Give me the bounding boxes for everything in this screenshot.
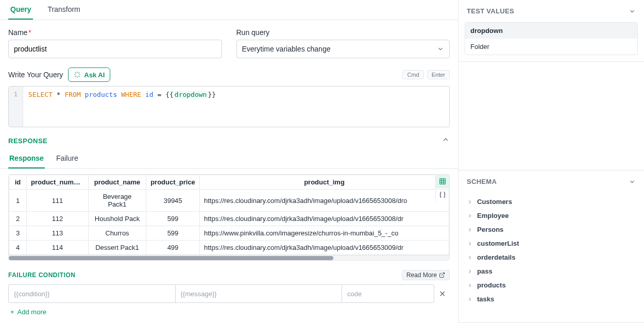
chevron-right-icon xyxy=(467,227,473,233)
chevron-down-icon xyxy=(629,178,636,185)
braces-icon xyxy=(439,191,446,198)
tab-transform[interactable]: Transform xyxy=(45,5,82,20)
query-editor[interactable]: 1 SELECT * FROM products WHERE id = {{dr… xyxy=(8,86,450,127)
schema-item[interactable]: Persons xyxy=(465,223,638,236)
cell-product-img: https://res.cloudinary.com/djrka3adh/ima… xyxy=(200,190,449,212)
cell-product-number: 114 xyxy=(27,241,89,255)
table-row[interactable]: 1111Beverage Pack139945https://res.cloud… xyxy=(9,190,449,212)
schema-item[interactable]: orderdetails xyxy=(465,250,638,264)
cell-product-img: https://www.pinkvilla.com/imageresize/ch… xyxy=(200,226,449,241)
cell-product-price: 39945 xyxy=(146,190,200,212)
editor-gutter: 1 xyxy=(9,87,23,127)
chevron-right-icon xyxy=(467,241,473,247)
schema-item-label: tasks xyxy=(477,295,494,303)
svg-line-5 xyxy=(442,273,445,276)
chevron-right-icon xyxy=(467,254,473,261)
cell-product-img: https://res.cloudinary.com/djrka3adh/ima… xyxy=(200,212,449,226)
schema-item[interactable]: pass xyxy=(465,264,638,278)
schema-item-label: Customers xyxy=(477,198,512,206)
run-select-value: Everytime variables change xyxy=(242,45,331,53)
chevron-right-icon xyxy=(467,282,473,288)
failure-message-input[interactable]: {{message}} xyxy=(175,284,342,303)
chevron-down-icon xyxy=(629,8,636,15)
cell-id: 1 xyxy=(9,190,27,212)
test-values-var-name[interactable]: dropdown xyxy=(465,23,637,39)
chevron-down-icon xyxy=(437,45,444,53)
col-header-product-img[interactable]: product_img xyxy=(200,175,449,190)
run-select[interactable]: Everytime variables change xyxy=(236,40,450,58)
chevron-right-icon xyxy=(467,199,473,205)
name-input-wrap xyxy=(8,40,222,58)
subtab-response[interactable]: Response xyxy=(8,150,45,168)
subtab-failure[interactable]: Failure xyxy=(55,150,79,168)
response-table: id product_number product_name product_p… xyxy=(8,174,450,261)
schema-item-label: products xyxy=(477,281,506,289)
cell-product-number: 111 xyxy=(27,190,89,212)
table-row[interactable]: 3113Churros599https://www.pinkvilla.com/… xyxy=(9,226,449,241)
schema-item-label: Employee xyxy=(477,212,509,219)
table-view-button[interactable] xyxy=(436,175,449,188)
cell-product-name: Churros xyxy=(89,226,146,241)
scrollbar-thumb[interactable] xyxy=(9,256,333,260)
cell-product-number: 113 xyxy=(27,226,89,241)
col-header-product-number[interactable]: product_number xyxy=(27,175,89,190)
test-values-var-value[interactable]: Folder xyxy=(465,39,637,55)
chevron-right-icon xyxy=(467,213,473,219)
test-values-box: dropdown Folder xyxy=(465,22,638,55)
failure-condition-title: FAILURE CONDITION xyxy=(8,271,76,279)
run-label: Run query xyxy=(236,28,450,37)
schema-item-label: Persons xyxy=(477,226,503,233)
col-header-id[interactable]: id xyxy=(9,175,27,190)
chevron-right-icon xyxy=(467,296,473,302)
failure-code-input[interactable]: code xyxy=(342,284,434,303)
svg-rect-0 xyxy=(440,178,446,184)
schema-item-label: pass xyxy=(477,267,493,275)
editor-content[interactable]: SELECT * FROM products WHERE id = {{drop… xyxy=(23,87,449,127)
tab-query[interactable]: Query xyxy=(8,5,33,20)
response-subtabs: Response Failure xyxy=(0,150,458,169)
ask-ai-button[interactable]: Ask AI xyxy=(68,67,110,82)
cell-product-number: 112 xyxy=(27,212,89,226)
name-input[interactable] xyxy=(14,45,216,53)
chevron-up-icon xyxy=(442,135,450,144)
cell-product-name: Beverage Pack1 xyxy=(89,190,146,212)
json-view-button[interactable] xyxy=(436,188,449,201)
horizontal-scrollbar[interactable] xyxy=(9,255,449,260)
schema-item[interactable]: Customers xyxy=(465,195,638,209)
response-header[interactable]: RESPONSE xyxy=(0,135,458,150)
cell-id: 4 xyxy=(9,241,27,255)
cell-product-name: Houshold Pack xyxy=(89,212,146,226)
schema-header[interactable]: SCHEMA xyxy=(459,171,644,193)
table-row[interactable]: 2112Houshold Pack599https://res.cloudina… xyxy=(9,212,449,226)
schema-item[interactable]: tasks xyxy=(465,292,638,306)
cell-product-price: 499 xyxy=(146,241,200,255)
plus-icon: + xyxy=(10,308,14,316)
schema-item-label: customerList xyxy=(477,240,519,247)
cell-id: 2 xyxy=(9,212,27,226)
test-values-header[interactable]: TEST VALUES xyxy=(459,0,644,22)
cell-product-name: Dessert Pack1 xyxy=(89,241,146,255)
ai-sparkle-icon xyxy=(74,71,81,78)
add-more-button[interactable]: + Add more xyxy=(8,303,48,321)
view-switch xyxy=(435,175,449,201)
schema-item[interactable]: customerList xyxy=(465,236,638,250)
read-more-button[interactable]: Read More xyxy=(402,270,450,280)
name-label: Name* xyxy=(8,28,222,37)
remove-condition-button[interactable]: ✕ xyxy=(434,289,450,299)
external-link-icon xyxy=(439,272,445,278)
top-tabs: Query Transform xyxy=(0,0,458,20)
cell-product-price: 599 xyxy=(146,226,200,241)
failure-condition-input[interactable]: {{condition}} xyxy=(8,284,175,303)
cell-id: 3 xyxy=(9,226,27,241)
key-hints: Cmd Enter xyxy=(402,70,450,79)
cell-product-price: 599 xyxy=(146,212,200,226)
schema-item[interactable]: products xyxy=(465,278,638,292)
table-row[interactable]: 4114Dessert Pack1499https://res.cloudina… xyxy=(9,241,449,255)
write-query-label: Write Your Query xyxy=(8,71,63,79)
schema-item-label: orderdetails xyxy=(477,253,515,261)
kbd-enter: Enter xyxy=(427,70,450,79)
col-header-product-name[interactable]: product_name xyxy=(89,175,146,190)
chevron-right-icon xyxy=(467,268,473,275)
col-header-product-price[interactable]: product_price xyxy=(146,175,200,190)
schema-item[interactable]: Employee xyxy=(465,209,638,223)
